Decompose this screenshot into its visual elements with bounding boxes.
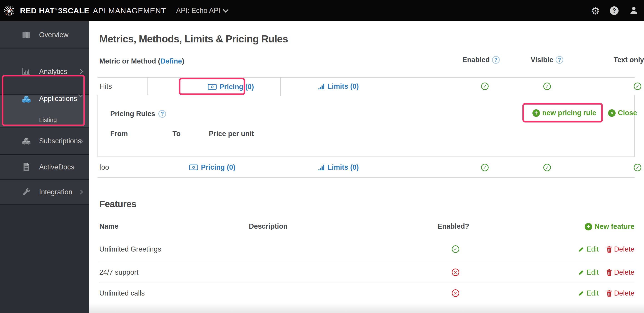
text-only-status-icon[interactable]: ✓: [634, 164, 641, 171]
sidebar-item-label: Applications: [39, 95, 77, 103]
visible-status-icon[interactable]: ✓: [543, 164, 551, 171]
trash-icon: [606, 290, 612, 297]
brand-title: RED HAT®3SCALE API MANAGEMENT: [20, 0, 166, 21]
metric-header-prefix: Metric or Method (: [99, 57, 160, 65]
column-header-enabled: Enabled ?: [458, 56, 504, 64]
pencil-icon: [578, 290, 585, 297]
main-content: Metrics, Methods, Limits & Pricing Rules…: [89, 21, 644, 313]
define-link[interactable]: Define: [160, 57, 182, 65]
gear-icon[interactable]: ⚙: [591, 5, 600, 16]
user-icon[interactable]: [630, 6, 638, 15]
metric-row-foo: foo Pricing (0) Limits (0) ✓ ✓ ✓: [98, 157, 635, 178]
delete-link[interactable]: Delete: [606, 245, 634, 253]
limits-bars-icon: [318, 83, 325, 90]
bar-chart-icon: [21, 68, 32, 75]
pricing-link-foo[interactable]: Pricing (0): [189, 163, 236, 171]
banknote-icon: [208, 84, 217, 90]
feature-row: Unlimited calls ✕ Edit Delete: [99, 283, 634, 304]
sidebar-item-applications[interactable]: Applications: [0, 95, 89, 117]
feature-enabled-icon[interactable]: ✓: [452, 245, 459, 253]
sidebar-item-activedocs[interactable]: ActiveDocs: [0, 155, 89, 179]
metric-or-method-header: Metric or Method (Define): [99, 57, 184, 65]
column-header-name: Name: [99, 222, 118, 230]
column-header-price-per-unit: Price per unit: [209, 130, 254, 138]
text-only-status-icon[interactable]: ✓: [634, 83, 641, 90]
visible-status-icon[interactable]: ✓: [543, 83, 551, 90]
enabled-status-icon[interactable]: ✓: [481, 83, 488, 90]
column-header-description: Description: [249, 222, 288, 230]
registered-mark: ®: [55, 7, 57, 11]
sidebar: Overview Analytics: [0, 21, 89, 313]
limits-link-hits[interactable]: Limits (0): [318, 82, 359, 91]
close-panel-button[interactable]: ✕ Close: [608, 109, 637, 117]
delete-link[interactable]: Delete: [606, 289, 634, 297]
features-title: Features: [99, 199, 136, 209]
limits-link-foo[interactable]: Limits (0): [318, 163, 359, 171]
bottom-fade: [89, 303, 644, 313]
pricing-tab-active: Pricing (0): [181, 78, 281, 96]
column-header-text-only: Text only: [600, 56, 644, 64]
feature-disabled-icon[interactable]: ✕: [452, 289, 459, 297]
feature-name: Unlimited calls: [99, 283, 145, 304]
help-icon[interactable]: ?: [610, 6, 618, 15]
api-selector-dropdown[interactable]: API: Echo API: [176, 0, 228, 21]
pencil-icon: [578, 269, 585, 276]
feature-row: Unlimited Greetings ✓ Edit Delete: [99, 237, 634, 262]
brand-product: 3SCALE: [58, 6, 89, 15]
sidebar-item-analytics[interactable]: Analytics: [0, 49, 89, 94]
pricing-rules-panel: Pricing Rules ? + new pricing rule ✕ Clo…: [98, 95, 635, 157]
metric-header-suffix: ): [182, 57, 184, 65]
sidebar-item-label: ActiveDocs: [39, 163, 74, 171]
pricing-rules-help-icon[interactable]: ?: [158, 110, 166, 118]
redhat-logo: [3, 4, 16, 17]
wrench-icon: [21, 188, 32, 196]
sidebar-item-label: Analytics: [39, 68, 67, 76]
sidebar-item-label: Overview: [39, 31, 68, 39]
sidebar-item-label: Subscriptions: [39, 137, 81, 145]
brand-red-hat: RED HAT: [20, 6, 54, 15]
sidebar-item-integration[interactable]: Integration: [0, 180, 89, 204]
banknote-icon: [189, 164, 198, 170]
topbar-icons: ⚙ ?: [591, 0, 644, 21]
app-root: RED HAT®3SCALE API MANAGEMENT API: Echo …: [0, 0, 644, 313]
feature-row: 24/7 support ✕ Edit Delete: [99, 262, 634, 283]
sidebar-item-overview[interactable]: Overview: [0, 21, 89, 48]
topbar: RED HAT®3SCALE API MANAGEMENT API: Echo …: [0, 0, 644, 21]
map-icon: [21, 31, 32, 38]
trash-icon: [606, 269, 612, 276]
brand-suffix: API MANAGEMENT: [93, 6, 166, 15]
pricing-link-hits[interactable]: Pricing (0): [208, 83, 254, 91]
column-header-to: To: [172, 130, 181, 138]
edit-link[interactable]: Edit: [578, 245, 598, 253]
visible-help-icon[interactable]: ?: [556, 56, 563, 64]
new-pricing-rule-button[interactable]: + new pricing rule: [532, 109, 596, 117]
edit-link[interactable]: Edit: [578, 268, 598, 277]
enabled-status-icon[interactable]: ✓: [481, 164, 488, 171]
column-header-visible: Visible ?: [524, 56, 570, 64]
plus-circle-icon: +: [532, 109, 540, 117]
sidebar-item-label: Integration: [39, 188, 72, 196]
feature-name: 24/7 support: [99, 262, 138, 283]
metric-name: Hits: [100, 82, 112, 91]
plus-circle-icon: +: [585, 223, 592, 230]
trash-icon: [606, 246, 612, 253]
column-header-from: From: [110, 130, 128, 138]
edit-link[interactable]: Edit: [578, 289, 598, 297]
chevron-down-icon: [223, 7, 228, 12]
document-icon: [21, 163, 32, 171]
column-header-enabled: Enabled?: [432, 222, 475, 230]
sidebar-divider: [0, 204, 89, 205]
new-feature-button-wrap: + New feature: [585, 222, 634, 231]
feature-disabled-icon[interactable]: ✕: [452, 269, 459, 276]
chevron-right-icon: [78, 69, 83, 74]
new-feature-button[interactable]: + New feature: [585, 222, 634, 231]
pricing-rules-title: Pricing Rules ?: [110, 110, 166, 118]
sidebar-item-subscriptions[interactable]: Subscriptions: [0, 128, 89, 154]
delete-link[interactable]: Delete: [606, 268, 634, 277]
metric-row-hits: Hits Pricing (0) Limits (0) ✓ ✓ ✓: [98, 77, 635, 96]
pencil-icon: [578, 246, 585, 253]
api-selector-label: API: Echo API: [176, 6, 220, 15]
enabled-help-icon[interactable]: ?: [492, 56, 500, 64]
limits-bars-icon: [318, 164, 325, 171]
cubes-icon-blue: [21, 95, 32, 104]
